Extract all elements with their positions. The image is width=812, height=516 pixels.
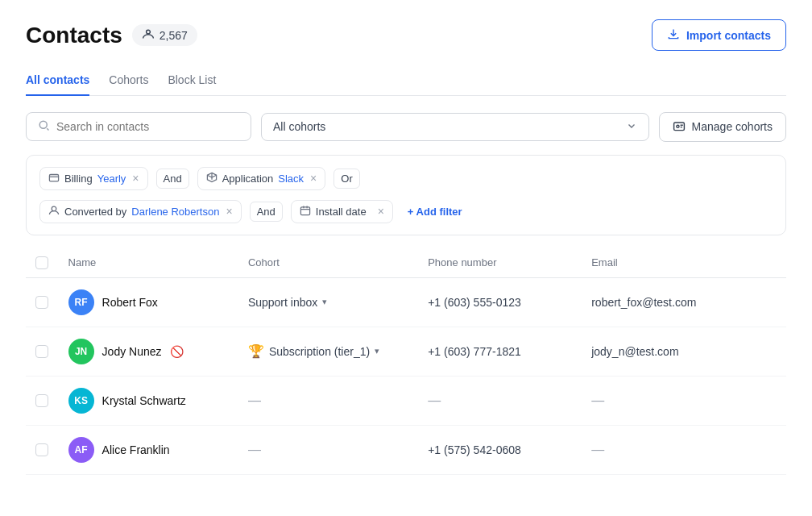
chevron-down-icon [626, 120, 637, 134]
page-title: Contacts [26, 23, 122, 48]
email-cell: jody_n@test.com [582, 327, 786, 376]
empty-phone: — [428, 393, 441, 407]
contacts-table: Name Cohort Phone number Email RF Robert… [26, 248, 786, 475]
converted-by-value: Darlene Robertson [131, 206, 219, 218]
email-cell: robert_fox@test.com [582, 277, 786, 327]
col-header-email: Email [582, 248, 786, 278]
contact-cell: AF Alice Franklin [68, 437, 229, 463]
cohort-dropdown[interactable]: All cohorts Support inbox Subscription (… [273, 120, 619, 133]
phone-cell: +1 (575) 542-0608 [418, 425, 582, 474]
trophy-icon: 🏆 [248, 343, 264, 359]
connector-or-1: Or [334, 169, 359, 189]
row-checkbox[interactable] [35, 345, 48, 358]
avatar: JN [68, 339, 94, 364]
application-filter-remove[interactable]: × [310, 173, 317, 184]
search-box[interactable] [26, 112, 251, 141]
application-filter-chip[interactable]: Application Slack × [197, 167, 326, 190]
converted-by-remove[interactable]: × [226, 206, 232, 217]
cohort-name: Subscription (tier_1) [269, 345, 370, 358]
empty-cohort: — [248, 393, 261, 407]
billing-filter-remove[interactable]: × [132, 173, 139, 184]
tab-block-list[interactable]: Block List [168, 67, 216, 96]
col-header-cohort: Cohort [238, 248, 418, 278]
filter-row-1: Billing Yearly × And Application Slack ×… [39, 167, 773, 190]
svg-point-2 [676, 125, 678, 127]
billing-filter-label: Billing [64, 173, 93, 185]
users-icon [142, 27, 155, 43]
table-row: AF Alice Franklin — +1 (575) 542-0608 — [26, 425, 786, 474]
filter-bar: Billing Yearly × And Application Slack ×… [26, 155, 786, 235]
connector-and-2: And [250, 202, 283, 222]
connector-and-1: And [156, 169, 189, 189]
install-date-remove[interactable]: × [378, 206, 384, 217]
avatar: KS [68, 388, 94, 414]
header-left: Contacts 2,567 [26, 23, 197, 48]
page-header: Contacts 2,567 Import contacts [26, 19, 786, 51]
install-date-filter-chip[interactable]: Install date × [291, 200, 393, 223]
controls-row: All cohorts Support inbox Subscription (… [26, 112, 786, 142]
page-container: Contacts 2,567 Import contacts [0, 0, 812, 494]
cohort-name: Support inbox [248, 296, 317, 309]
add-filter-button[interactable]: + Add filter [401, 202, 469, 222]
contact-cell: JN Jody Nunez 🚫 [68, 339, 229, 364]
application-filter-label: Application [222, 173, 274, 185]
search-icon [38, 119, 50, 134]
converted-by-filter-chip[interactable]: Converted by Darlene Robertson × [39, 200, 242, 223]
select-all-checkbox[interactable] [35, 256, 48, 269]
avatar: RF [68, 289, 94, 315]
person-icon [48, 205, 60, 218]
row-checkbox[interactable] [35, 296, 48, 309]
cube-icon [206, 172, 218, 185]
card-icon [48, 172, 60, 185]
empty-email: — [591, 443, 604, 456]
row-checkbox[interactable] [35, 443, 48, 456]
filter-row-2: Converted by Darlene Robertson × And Ins… [39, 200, 773, 223]
table-row: JN Jody Nunez 🚫 🏆 Subscription (tier_1) … [26, 327, 786, 376]
contact-name: Jody Nunez [102, 345, 162, 358]
id-card-icon [673, 119, 686, 135]
blocked-icon: 🚫 [170, 345, 184, 358]
table-row: RF Robert Fox Support inbox ▾ +1 (603) 5… [26, 277, 786, 327]
row-checkbox[interactable] [35, 394, 48, 407]
chevron-down-icon: ▾ [375, 346, 379, 356]
import-icon [667, 27, 680, 43]
phone-cell: +1 (603) 777-1821 [418, 327, 582, 376]
phone-cell: +1 (603) 555-0123 [418, 277, 582, 327]
table-row: KS Krystal Schwartz — — — [26, 376, 786, 425]
svg-point-0 [39, 121, 47, 128]
contact-count-badge: 2,567 [132, 24, 197, 46]
cohort-cell[interactable]: 🏆 Subscription (tier_1) ▾ [248, 343, 408, 359]
import-button-label: Import contacts [686, 29, 771, 42]
tabs-nav: All contacts Cohorts Block List [26, 67, 786, 96]
col-header-name: Name [59, 248, 238, 278]
svg-rect-3 [49, 174, 58, 181]
cohort-cell[interactable]: Support inbox ▾ [248, 296, 408, 309]
tab-cohorts[interactable]: Cohorts [109, 67, 148, 96]
search-input[interactable] [56, 120, 239, 133]
avatar: AF [68, 437, 94, 463]
svg-rect-5 [300, 206, 309, 214]
converted-by-label: Converted by [64, 206, 126, 218]
application-filter-value: Slack [278, 173, 304, 185]
manage-cohorts-label: Manage cohorts [692, 120, 773, 133]
contact-name: Alice Franklin [102, 443, 170, 456]
chevron-down-icon: ▾ [322, 297, 327, 307]
billing-filter-chip[interactable]: Billing Yearly × [39, 167, 148, 190]
col-header-phone: Phone number [418, 248, 582, 278]
svg-point-4 [52, 206, 56, 211]
contact-cell: RF Robert Fox [68, 289, 229, 315]
contact-name: Krystal Schwartz [102, 394, 186, 407]
contact-count: 2,567 [160, 29, 188, 42]
cohort-select[interactable]: All cohorts Support inbox Subscription (… [261, 113, 649, 141]
calendar-icon [300, 205, 311, 218]
contact-name: Robert Fox [102, 296, 158, 309]
manage-cohorts-button[interactable]: Manage cohorts [659, 112, 786, 142]
billing-filter-value: Yearly [97, 173, 126, 185]
tab-all-contacts[interactable]: All contacts [26, 67, 89, 96]
import-contacts-button[interactable]: Import contacts [652, 19, 786, 51]
install-date-label: Install date [316, 206, 367, 218]
empty-email: — [591, 393, 604, 407]
empty-cohort: — [248, 443, 261, 456]
contact-cell: KS Krystal Schwartz [68, 388, 229, 414]
